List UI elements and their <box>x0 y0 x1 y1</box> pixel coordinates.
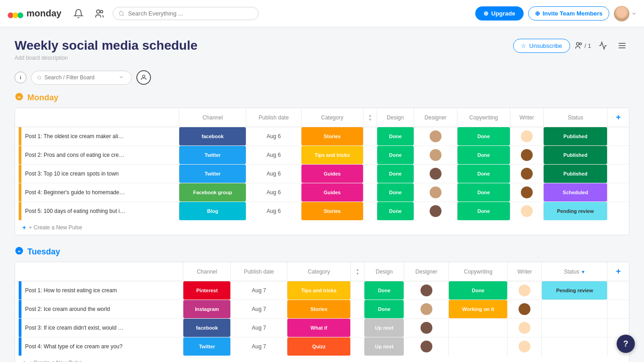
menu-button[interactable] <box>615 38 629 53</box>
category-cell-0-3[interactable]: Guides <box>301 183 363 202</box>
copy-cell-0-0[interactable]: Done <box>457 127 510 146</box>
post-cell-1-0[interactable]: Post 1: How to resist eating ice cream <box>15 281 183 300</box>
design-cell-0-3[interactable]: Done <box>377 183 414 202</box>
copy-cell-1-2[interactable] <box>449 319 508 337</box>
group-toggle-monday[interactable] <box>15 92 24 103</box>
channel-cell-1-2[interactable]: facebook <box>183 319 231 337</box>
status-cell-1-0[interactable]: Pending review <box>542 281 608 300</box>
channel-tag: Pinterest <box>183 281 230 300</box>
channel-cell-1-3[interactable]: Twitter <box>183 337 231 356</box>
members-badge[interactable]: / 1 <box>575 41 591 50</box>
design-cell-0-0[interactable]: Done <box>377 127 414 146</box>
channel-cell-0-2[interactable]: Twitter <box>179 165 246 183</box>
designer-avatar <box>421 322 432 334</box>
post-cell-0-1[interactable]: Post 2: Pros and cons of eating ice crea… <box>15 146 179 165</box>
copy-cell-0-3[interactable]: Done <box>457 183 510 202</box>
filter-dropdown-button[interactable] <box>117 73 126 82</box>
design-cell-0-4[interactable]: Done <box>377 202 414 221</box>
search-input[interactable] <box>128 10 253 17</box>
team-button[interactable] <box>92 6 107 21</box>
channel-tag: Twitter <box>179 146 246 164</box>
channel-cell-1-1[interactable]: Instagram <box>183 300 231 319</box>
publish-date: Aug 6 <box>266 171 280 177</box>
channel-cell-0-0[interactable]: facebook <box>179 127 246 146</box>
copy-cell-0-1[interactable]: Done <box>457 146 510 165</box>
channel-cell-1-0[interactable]: Pinterest <box>183 281 231 300</box>
post-cell-0-3[interactable]: Post 4: Beginner's guide to homemade ic.… <box>15 183 179 202</box>
category-cell-0-4[interactable]: Stories <box>301 202 363 221</box>
activity-button[interactable] <box>596 38 610 53</box>
post-cell-0-0[interactable]: Post 1: The oldest ice cream maker alive… <box>15 127 179 146</box>
design-cell-0-1[interactable]: Done <box>377 146 414 165</box>
channel-cell-0-1[interactable]: Twitter <box>179 146 246 165</box>
design-cell-1-3[interactable]: Up next <box>364 337 404 356</box>
status-cell-1-3[interactable] <box>542 337 608 356</box>
status-cell-0-4[interactable]: Pending review <box>543 202 608 221</box>
designer-cell-1-0 <box>404 281 449 300</box>
person-filter-button[interactable] <box>136 70 151 85</box>
unsubscribe-button[interactable]: ☆ Unsubscribe <box>513 39 570 53</box>
category-cell-1-3[interactable]: Quizz <box>287 337 351 356</box>
table-monday: ChannelPublish dateCategory▲▼DesignDesig… <box>15 108 629 235</box>
design-cell-1-1[interactable]: Done <box>364 300 404 319</box>
copy-cell-1-0[interactable]: Done <box>449 281 508 300</box>
add-column-button-tuesday[interactable]: + <box>612 266 624 277</box>
user-avatar-wrap[interactable] <box>614 6 637 21</box>
designer-avatar <box>430 168 441 180</box>
copy-cell-1-1[interactable]: Working on it <box>449 300 508 319</box>
invite-button[interactable]: ⊕ Invite Team Members <box>528 6 609 21</box>
category-cell-0-2[interactable]: Guides <box>301 165 363 183</box>
copy-cell-0-4[interactable]: Done <box>457 202 510 221</box>
channel-cell-0-3[interactable]: Facebook group <box>179 183 246 202</box>
help-button[interactable]: ? <box>617 335 635 353</box>
design-tag: Done <box>364 281 404 300</box>
dot-cell-0-1 <box>363 146 377 165</box>
status-cell-1-1[interactable] <box>542 300 608 319</box>
upgrade-button[interactable]: ⊕ Upgrade <box>475 6 524 21</box>
post-name: Post 1: The oldest ice cream maker alive… <box>25 133 125 140</box>
add-row-tuesday[interactable]: + + Create a New Pulse <box>15 356 629 362</box>
post-cell-1-3[interactable]: Post 4: What type of ice cream are you? <box>15 337 183 356</box>
col-category-monday: Category <box>301 108 363 127</box>
add-column-button-monday[interactable]: + <box>612 112 624 123</box>
notifications-button[interactable] <box>71 6 86 21</box>
design-cell-0-2[interactable]: Done <box>377 165 414 183</box>
date-cell-0-0: Aug 6 <box>246 127 301 146</box>
post-cell-0-4[interactable]: Post 5: 100 days of eating nothing but i… <box>15 202 179 221</box>
design-cell-1-0[interactable]: Done <box>364 281 404 300</box>
status-cell-0-3[interactable]: Scheduled <box>543 183 608 202</box>
design-cell-1-2[interactable]: Up next <box>364 319 404 337</box>
table-row: Post 2: Pros and cons of eating ice crea… <box>15 146 629 165</box>
writer-avatar <box>519 303 530 315</box>
category-cell-0-1[interactable]: Tips and tricks <box>301 146 363 165</box>
info-button[interactable]: i <box>15 72 26 83</box>
copy-cell-0-2[interactable]: Done <box>457 165 510 183</box>
svg-point-3 <box>96 10 99 13</box>
writer-avatar <box>519 341 530 352</box>
board-title: Weekly social media schedule <box>15 38 197 53</box>
category-cell-0-0[interactable]: Stories <box>301 127 363 146</box>
logo[interactable]: monday <box>7 5 62 22</box>
designer-avatar <box>421 303 432 315</box>
writer-avatar <box>521 205 533 217</box>
status-cell-1-2[interactable] <box>542 319 608 337</box>
board-description[interactable]: Add board description <box>15 55 197 61</box>
category-cell-1-0[interactable]: Tips and tricks <box>287 281 351 300</box>
post-name: Post 4: What type of ice cream are you? <box>25 343 122 350</box>
filter-box[interactable] <box>31 71 132 85</box>
post-cell-0-2[interactable]: Post 3: Top 10 ice cream spots in town <box>15 165 179 183</box>
status-cell-0-1[interactable]: Published <box>543 146 608 165</box>
post-cell-1-2[interactable]: Post 3: If ice cream didn't exist, would… <box>15 319 183 337</box>
category-cell-1-1[interactable]: Stories <box>287 300 351 319</box>
status-cell-0-0[interactable]: Published <box>543 127 608 146</box>
search-box[interactable] <box>113 7 259 20</box>
filter-input[interactable] <box>44 74 114 81</box>
channel-cell-0-4[interactable]: Blog <box>179 202 246 221</box>
copy-cell-1-3[interactable] <box>449 337 508 356</box>
group-toggle-tuesday[interactable] <box>15 246 24 257</box>
category-cell-1-2[interactable]: What if <box>287 319 351 337</box>
status-cell-0-2[interactable]: Published <box>543 165 608 183</box>
add-row-monday[interactable]: + + Create a New Pulse <box>15 220 629 235</box>
post-cell-1-1[interactable]: Post 2: Ice cream around the world <box>15 300 183 319</box>
design-tag: Up next <box>364 319 404 337</box>
